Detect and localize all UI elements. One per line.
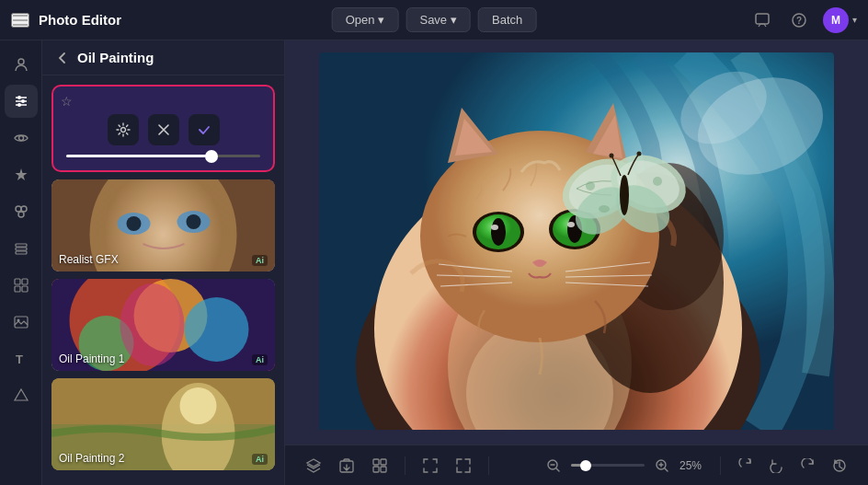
avatar-wrapper[interactable]: M ▾ <box>823 7 857 33</box>
svg-text:?: ? <box>796 16 802 26</box>
sidebar-sliders-btn[interactable] <box>5 85 38 118</box>
batch-label: Batch <box>492 13 522 27</box>
expand-toolbar-btn[interactable] <box>450 452 477 479</box>
canvas-image <box>319 52 834 433</box>
effects-panel: Oil Painting ☆ <box>42 40 285 485</box>
svg-rect-18 <box>22 279 28 284</box>
svg-point-12 <box>21 206 27 212</box>
batch-button[interactable]: Batch <box>478 7 536 32</box>
card-cancel-button[interactable] <box>148 114 179 145</box>
save-button[interactable]: Save ▾ <box>405 7 471 32</box>
main-content: T Oil Painting ☆ <box>0 40 868 485</box>
panel-title: Oil Painting <box>77 50 154 65</box>
svg-point-10 <box>18 136 23 141</box>
undo-btn[interactable] <box>763 452 791 479</box>
header-right: ? M ▾ <box>749 7 857 33</box>
sidebar-shape-btn[interactable] <box>5 379 38 412</box>
svg-rect-21 <box>15 317 28 328</box>
svg-rect-84 <box>373 459 379 465</box>
zoom-percent-label: 25% <box>680 459 709 472</box>
action-buttons <box>732 452 853 479</box>
zoom-out-btn[interactable] <box>540 452 567 479</box>
svg-marker-24 <box>15 389 28 400</box>
zoom-slider[interactable] <box>571 464 645 467</box>
layers-toolbar-btn[interactable] <box>300 452 327 479</box>
sidebar-sparkle-btn[interactable] <box>5 158 38 191</box>
list-item[interactable]: Oil Painting 1 Ai <box>51 279 275 371</box>
svg-point-13 <box>18 212 24 217</box>
export-toolbar-btn[interactable] <box>333 452 360 479</box>
sidebar-image-btn[interactable] <box>5 306 38 339</box>
svg-rect-20 <box>22 286 28 292</box>
effects-list: Realist GFX Ai Oil Painting 1 Ai <box>42 179 284 485</box>
oil-painting-2-label: Oil Painting 2 <box>59 452 124 465</box>
svg-point-41 <box>180 387 217 424</box>
svg-point-7 <box>21 99 25 103</box>
fit-toolbar-btn[interactable] <box>417 452 444 479</box>
svg-point-22 <box>17 319 19 322</box>
svg-point-5 <box>17 96 21 99</box>
panel-header: Oil Painting <box>42 40 284 75</box>
svg-rect-14 <box>16 244 27 247</box>
oil-painting-1-ai-badge: Ai <box>252 354 268 365</box>
help-icon-button[interactable]: ? <box>786 7 812 33</box>
svg-point-11 <box>16 206 21 212</box>
svg-point-30 <box>127 216 142 231</box>
toolbar-group-left <box>300 452 394 479</box>
back-button[interactable] <box>55 51 70 65</box>
hamburger-button[interactable] <box>11 13 29 28</box>
oil-painting-1-label: Oil Painting 1 <box>59 352 124 365</box>
effect-slider[interactable] <box>66 155 260 157</box>
svg-rect-17 <box>15 279 20 284</box>
sidebar-effect-btn[interactable] <box>5 195 38 228</box>
rotate-btn[interactable] <box>732 452 760 479</box>
svg-point-9 <box>17 103 21 107</box>
svg-rect-87 <box>381 467 386 472</box>
canvas-viewport[interactable] <box>285 40 868 445</box>
header-center: Open ▾ Save ▾ Batch <box>332 7 537 32</box>
sidebar-person-btn[interactable] <box>5 48 38 81</box>
card-controls <box>63 114 264 145</box>
toolbar-group-fit <box>417 452 477 479</box>
favorite-icon[interactable]: ☆ <box>61 94 73 109</box>
svg-point-31 <box>187 214 201 229</box>
toolbar-separator-2 <box>488 456 489 475</box>
app-title: Photo Editor <box>39 12 121 28</box>
avatar: M <box>823 7 849 33</box>
sidebar-icons: T <box>0 40 42 485</box>
card-confirm-button[interactable] <box>188 114 220 145</box>
svg-point-37 <box>120 283 185 366</box>
open-chevron: ▾ <box>378 13 384 27</box>
selected-effect-card: ☆ <box>51 85 275 172</box>
sidebar-eye-btn[interactable] <box>5 121 38 155</box>
realist-gfx-ai-badge: Ai <box>252 255 268 266</box>
redo-btn[interactable] <box>794 452 822 479</box>
chat-icon-button[interactable] <box>749 7 775 33</box>
list-item[interactable]: Realist GFX Ai <box>51 179 275 271</box>
sidebar-group-btn[interactable] <box>5 269 38 302</box>
canvas-area: 25% <box>285 40 868 485</box>
sidebar-layers-btn[interactable] <box>5 232 38 265</box>
sidebar-text-btn[interactable]: T <box>5 342 38 375</box>
history-btn[interactable] <box>826 452 853 479</box>
list-item[interactable]: Oil Painting 2 Ai <box>51 378 275 470</box>
oil-painting-2-ai-badge: Ai <box>252 454 268 465</box>
open-button[interactable]: Open ▾ <box>332 7 399 32</box>
toolbar-separator-1 <box>405 456 405 475</box>
svg-rect-15 <box>16 248 27 250</box>
open-label: Open <box>346 13 375 27</box>
avatar-chevron: ▾ <box>852 15 857 25</box>
svg-point-3 <box>18 59 24 64</box>
svg-rect-82 <box>319 52 834 430</box>
card-settings-button[interactable] <box>108 114 139 145</box>
zoom-in-btn[interactable] <box>648 452 676 479</box>
svg-point-35 <box>185 297 249 362</box>
toolbar-separator-3 <box>720 456 721 475</box>
app-header: Photo Editor Open ▾ Save ▾ Batch ? <box>0 0 868 40</box>
save-label: Save <box>419 13 447 27</box>
zoom-controls: 25% <box>540 452 709 479</box>
svg-rect-19 <box>15 286 20 292</box>
grid-toolbar-btn[interactable] <box>366 452 394 479</box>
realist-gfx-label: Realist GFX <box>59 253 119 266</box>
svg-rect-16 <box>16 251 27 254</box>
